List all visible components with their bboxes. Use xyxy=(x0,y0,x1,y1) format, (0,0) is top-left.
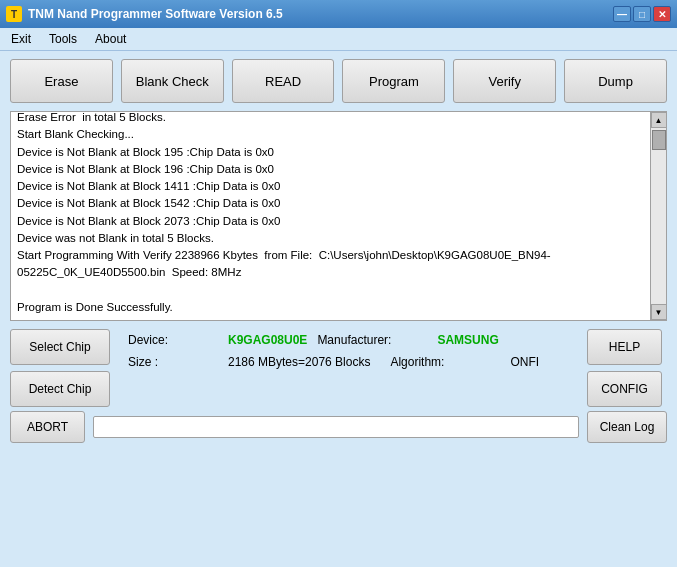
side-buttons: HELP CONFIG xyxy=(587,329,667,407)
window-title: TNM Nand Programmer Software Version 6.5 xyxy=(28,7,283,21)
manufacturer-label: Manufacturer: xyxy=(317,333,427,347)
size-value: 2186 MBytes=2076 Blocks xyxy=(228,355,370,369)
log-text[interactable]: Maximum Error tolerance: 9 Device K9GAG0… xyxy=(11,112,650,320)
bottom-bar: ABORT Clean Log xyxy=(10,411,667,443)
manufacturer-value: SAMSUNG xyxy=(437,333,498,347)
menu-tools[interactable]: Tools xyxy=(46,31,80,47)
title-bar: T TNM Nand Programmer Software Version 6… xyxy=(0,0,677,28)
size-label: Size : xyxy=(128,355,218,369)
menu-bar: Exit Tools About xyxy=(0,28,677,51)
menu-exit[interactable]: Exit xyxy=(8,31,34,47)
dump-button[interactable]: Dump xyxy=(564,59,667,103)
maximize-button[interactable]: □ xyxy=(633,6,651,22)
verify-button[interactable]: Verify xyxy=(453,59,556,103)
bottom-section: Select Chip Detect Chip Device: K9GAG08U… xyxy=(10,329,667,407)
scroll-down-arrow[interactable]: ▼ xyxy=(651,304,667,320)
device-row: Device: K9GAG08U0E Manufacturer: SAMSUNG xyxy=(128,333,579,347)
abort-button[interactable]: ABORT xyxy=(10,411,85,443)
read-button[interactable]: READ xyxy=(232,59,335,103)
scroll-thumb[interactable] xyxy=(652,130,666,150)
main-content: Erase Blank Check READ Program Verify Du… xyxy=(0,51,677,451)
help-button[interactable]: HELP xyxy=(587,329,662,365)
window-controls: — □ ✕ xyxy=(613,6,671,22)
device-value: K9GAG08U0E xyxy=(228,333,307,347)
erase-button[interactable]: Erase xyxy=(10,59,113,103)
scrollbar[interactable]: ▲ ▼ xyxy=(650,112,666,320)
algorithm-value: ONFI xyxy=(510,355,539,369)
menu-about[interactable]: About xyxy=(92,31,129,47)
chip-info-panel: Device: K9GAG08U0E Manufacturer: SAMSUNG… xyxy=(120,329,587,373)
select-chip-button[interactable]: Select Chip xyxy=(10,329,110,365)
algorithm-label: Algorithm: xyxy=(390,355,500,369)
log-area-container: Maximum Error tolerance: 9 Device K9GAG0… xyxy=(10,111,667,321)
detect-chip-button[interactable]: Detect Chip xyxy=(10,371,110,407)
toolbar: Erase Blank Check READ Program Verify Du… xyxy=(10,59,667,103)
device-label: Device: xyxy=(128,333,218,347)
scroll-up-arrow[interactable]: ▲ xyxy=(651,112,667,128)
config-button[interactable]: CONFIG xyxy=(587,371,662,407)
app-icon: T xyxy=(6,6,22,22)
close-button[interactable]: ✕ xyxy=(653,6,671,22)
clean-log-button[interactable]: Clean Log xyxy=(587,411,667,443)
blank-check-button[interactable]: Blank Check xyxy=(121,59,224,103)
minimize-button[interactable]: — xyxy=(613,6,631,22)
progress-bar-container xyxy=(93,416,579,438)
size-row: Size : 2186 MBytes=2076 Blocks Algorithm… xyxy=(128,355,579,369)
program-button[interactable]: Program xyxy=(342,59,445,103)
chip-actions: Select Chip Detect Chip xyxy=(10,329,120,407)
